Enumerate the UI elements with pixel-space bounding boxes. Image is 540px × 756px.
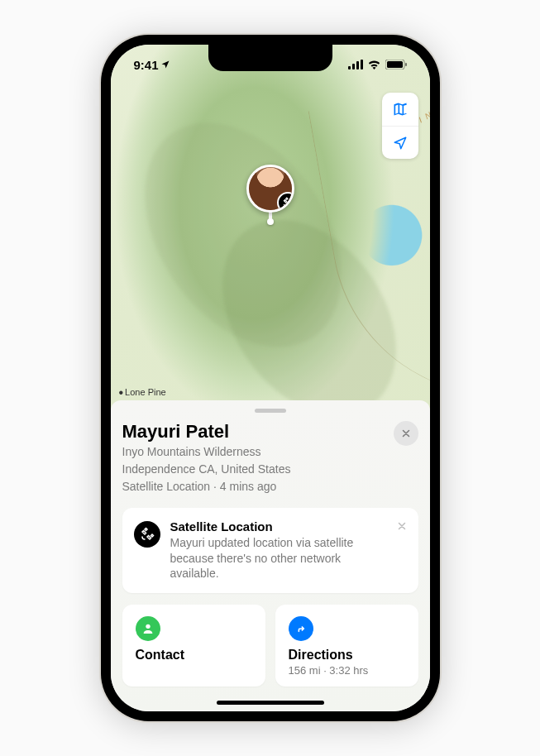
map-mode-button[interactable] xyxy=(382,93,418,126)
contact-button[interactable]: Contact xyxy=(122,605,265,687)
wifi-icon xyxy=(367,60,381,69)
svg-rect-6 xyxy=(405,63,407,66)
person-location-status: Satellite Location · 4 mins ago xyxy=(122,479,291,495)
locate-me-button[interactable] xyxy=(382,126,418,159)
person-location-line1: Inyo Mountains Wilderness xyxy=(122,444,291,460)
directions-subtitle: 156 mi · 3:32 hrs xyxy=(289,664,405,677)
map-label-lone-pine: Lone Pine xyxy=(119,385,166,400)
person-name: Mayuri Patel xyxy=(122,421,291,443)
svg-rect-0 xyxy=(348,66,351,69)
avatar xyxy=(246,165,294,213)
map-controls xyxy=(382,93,418,159)
satellite-icon xyxy=(134,521,160,548)
location-services-icon xyxy=(160,60,170,69)
satellite-badge-icon xyxy=(277,192,294,213)
satellite-card-body: Mayuri updated location via satellite be… xyxy=(170,535,387,582)
detail-sheet[interactable]: Mayuri Patel Inyo Mountains Wilderness I… xyxy=(111,400,430,711)
dismiss-satellite-card-button[interactable] xyxy=(397,519,407,534)
iphone-frame: 9:41 SALIN Lone Pine xyxy=(101,35,440,721)
person-location-line2: Independence CA, United States xyxy=(122,462,291,477)
svg-rect-3 xyxy=(361,60,363,69)
svg-rect-1 xyxy=(352,64,355,69)
sheet-grabber[interactable] xyxy=(255,409,286,413)
svg-rect-5 xyxy=(387,61,403,68)
satellite-card-title: Satellite Location xyxy=(170,519,387,534)
satellite-info-card: Satellite Location Mayuri updated locati… xyxy=(122,508,418,594)
person-location-pin[interactable] xyxy=(246,165,294,225)
home-indicator[interactable] xyxy=(217,701,324,705)
directions-icon xyxy=(289,616,313,641)
battery-icon xyxy=(385,60,407,69)
svg-point-7 xyxy=(146,624,150,629)
contact-label: Contact xyxy=(136,648,252,663)
screen: 9:41 SALIN Lone Pine xyxy=(111,45,430,711)
notch xyxy=(208,45,332,71)
directions-button[interactable]: Directions 156 mi · 3:32 hrs xyxy=(275,605,418,687)
status-time: 9:41 xyxy=(134,58,159,72)
svg-rect-2 xyxy=(356,61,359,69)
close-icon xyxy=(397,521,407,531)
contact-icon xyxy=(136,616,160,641)
close-icon xyxy=(401,428,411,438)
close-sheet-button[interactable] xyxy=(394,421,418,446)
directions-label: Directions xyxy=(289,648,405,663)
cellular-signal-icon xyxy=(348,60,363,69)
